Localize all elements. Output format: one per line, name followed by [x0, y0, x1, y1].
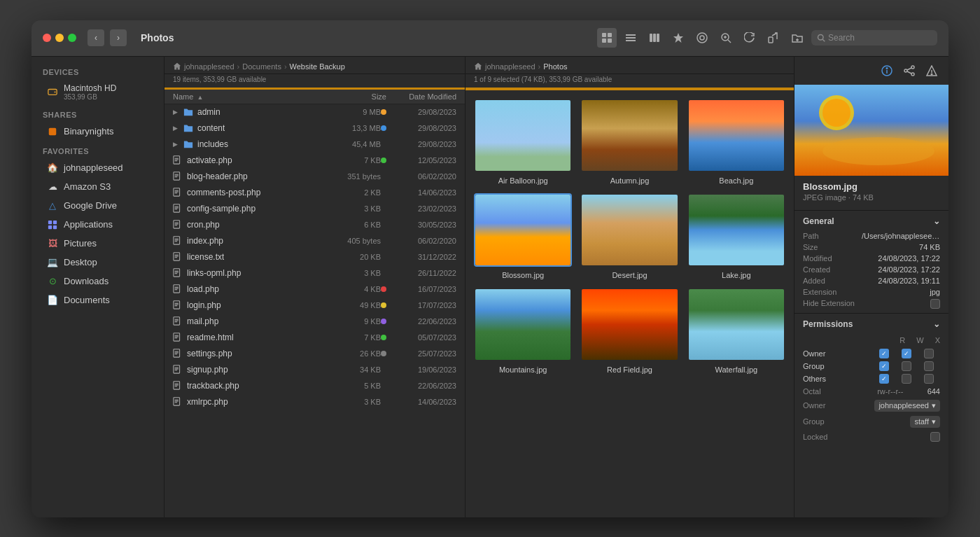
home-icon: 🏠 — [47, 162, 58, 174]
table-row[interactable]: ▶ admin 9 MB 29/08/2023 — [164, 104, 465, 120]
owner-dropdown[interactable]: johnappleseed ▾ — [874, 400, 940, 412]
sidebar-item-pictures[interactable]: 🖼 Pictures — [36, 235, 160, 253]
svg-rect-5 — [626, 37, 636, 39]
favorites-button[interactable] — [668, 28, 688, 48]
back-button[interactable]: ‹ — [88, 29, 104, 46]
file-name: links-opml.php — [187, 268, 241, 278]
view-columns-button[interactable] — [645, 28, 664, 48]
col-size-header[interactable]: Size — [337, 92, 386, 101]
gallery-item[interactable]: Waterfall.jpg — [687, 288, 785, 374]
inspector-permissions-header[interactable]: Permissions ⌄ — [794, 314, 948, 333]
table-row[interactable]: xmlrpc.php 3 KB 14/06/2023 — [164, 394, 465, 410]
sidebar-item-binarynights[interactable]: Binarynights — [36, 123, 160, 141]
svg-point-108 — [822, 99, 850, 127]
sidebar-item-amazons3[interactable]: ☁ Amazon S3 — [36, 178, 160, 196]
gallery-item[interactable]: Autumn.jpg — [580, 99, 678, 185]
perm-r-checkbox[interactable] — [879, 374, 889, 384]
sidebar-item-johnappleseed[interactable]: 🏠 johnappleseed — [36, 159, 160, 177]
minimize-button[interactable] — [55, 34, 64, 42]
close-button[interactable] — [43, 34, 51, 42]
sidebar-item-desktop[interactable]: 💻 Desktop — [36, 253, 160, 272]
inspector-general-header[interactable]: General ⌄ — [794, 211, 948, 230]
file-list: ▶ admin 9 MB 29/08/2023 ▶ content 13,3 M… — [164, 104, 465, 517]
table-row[interactable]: trackback.php 5 KB 22/06/2023 — [164, 378, 465, 394]
gallery-item[interactable]: Blossom.jpg — [474, 193, 572, 279]
search-box — [811, 30, 937, 46]
perm-x-checkbox[interactable] — [924, 361, 934, 371]
documents-icon: 📄 — [47, 295, 58, 306]
gallery-item[interactable]: Red Field.jpg — [580, 288, 678, 374]
warning-icon[interactable] — [923, 62, 940, 79]
table-row[interactable]: index.php 405 bytes 06/02/2020 — [164, 233, 465, 249]
gallery-thumbnail-image — [689, 195, 784, 265]
table-row[interactable]: config-sample.php 3 KB 23/02/2023 — [164, 201, 465, 217]
svg-line-100 — [907, 68, 911, 70]
table-row[interactable]: load.php 4 KB 16/07/2023 — [164, 281, 465, 298]
locked-checkbox[interactable] — [930, 432, 940, 442]
perm-r-checkbox[interactable] — [879, 361, 889, 371]
file-list-header: Name ▲ Size Date Modified — [164, 90, 465, 104]
svg-marker-10 — [673, 33, 683, 43]
sidebar-item-googledrive[interactable]: △ Google Drive — [36, 197, 160, 215]
gallery-item[interactable]: Lake.jpg — [687, 193, 785, 279]
perm-r-checkbox[interactable] — [879, 349, 889, 358]
sidebar-label-applications: Applications — [64, 219, 113, 230]
gallery-thumbnail-image — [475, 289, 570, 360]
table-row[interactable]: signup.php 34 KB 19/06/2023 — [164, 362, 465, 378]
gallery-item[interactable]: Air Balloon.jpg — [474, 99, 572, 185]
table-row[interactable]: activate.php 7 KB 12/05/2023 — [164, 153, 465, 169]
forward-button[interactable]: › — [110, 29, 127, 46]
view-icon-button[interactable] — [597, 28, 617, 48]
perm-x-checkbox[interactable] — [924, 374, 934, 384]
perm-w-checkbox[interactable] — [902, 361, 911, 371]
share-inspector-icon[interactable] — [901, 62, 918, 79]
share-button[interactable] — [764, 28, 783, 48]
file-type-icon — [173, 203, 183, 215]
svg-point-104 — [931, 74, 932, 75]
table-row[interactable]: ▶ content 13,3 MB 29/08/2023 — [164, 120, 465, 137]
table-row[interactable]: readme.html 7 KB 05/07/2023 — [164, 330, 465, 346]
sidebar-item-applications[interactable]: Applications — [36, 216, 160, 234]
gallery-home-icon — [474, 62, 482, 71]
table-row[interactable]: links-opml.php 3 KB 26/11/2022 — [164, 265, 465, 281]
sidebar-item-macintosh-hd[interactable]: Macintosh HD 353,99 GB — [36, 80, 160, 104]
gallery-item[interactable]: Desert.jpg — [580, 193, 678, 279]
table-row[interactable]: ▶ includes 45,4 MB 29/08/2023 — [164, 137, 465, 153]
col-name-header[interactable]: Name ▲ — [173, 92, 337, 101]
macintosh-hd-size: 353,99 GB — [64, 93, 148, 101]
gallery-item[interactable]: Beach.jpg — [687, 99, 785, 185]
sidebar-item-documents[interactable]: 📄 Documents — [36, 291, 160, 309]
table-row[interactable]: license.txt 20 KB 31/12/2022 — [164, 249, 465, 265]
preview-button[interactable] — [692, 28, 712, 48]
gallery-label: Mountains.jpg — [499, 365, 547, 374]
perm-x-checkbox[interactable] — [924, 349, 934, 358]
group-dropdown[interactable]: staff ▾ — [910, 416, 940, 428]
new-folder-button[interactable] — [788, 28, 807, 48]
harddrive-icon — [47, 86, 58, 97]
sidebar-item-downloads[interactable]: ⊙ Downloads — [36, 272, 160, 291]
table-row[interactable]: cron.php 6 KB 30/05/2023 — [164, 217, 465, 233]
table-row[interactable]: login.php 49 KB 17/07/2023 — [164, 298, 465, 314]
table-row[interactable]: mail.php 9 KB 22/06/2023 — [164, 314, 465, 330]
zoom-button[interactable] — [716, 28, 736, 48]
sync-button[interactable] — [740, 28, 760, 48]
svg-rect-27 — [53, 220, 57, 223]
desktop-icon: 💻 — [47, 257, 58, 268]
svg-rect-3 — [608, 39, 612, 43]
gallery-item[interactable]: Mountains.jpg — [474, 288, 572, 374]
inspector-permissions-section: Permissions ⌄ R W X Owner Group Others — [794, 313, 948, 444]
search-input[interactable] — [828, 33, 926, 43]
maximize-button[interactable] — [68, 34, 76, 42]
table-row[interactable]: comments-post.php 2 KB 14/06/2023 — [164, 185, 465, 201]
table-row[interactable]: blog-header.php 351 bytes 06/02/2020 — [164, 169, 465, 185]
svg-rect-2 — [602, 39, 606, 43]
info-icon[interactable] — [878, 62, 895, 79]
table-row[interactable]: settings.php 26 KB 25/07/2023 — [164, 346, 465, 362]
svg-point-12 — [700, 36, 704, 40]
col-date-header[interactable]: Date Modified — [386, 92, 456, 101]
hide-extension-checkbox[interactable] — [930, 299, 940, 309]
perm-w-checkbox[interactable] — [902, 374, 911, 384]
view-list-button[interactable] — [621, 28, 640, 48]
gallery-thumb — [580, 99, 678, 172]
perm-w-checkbox[interactable] — [902, 349, 911, 358]
